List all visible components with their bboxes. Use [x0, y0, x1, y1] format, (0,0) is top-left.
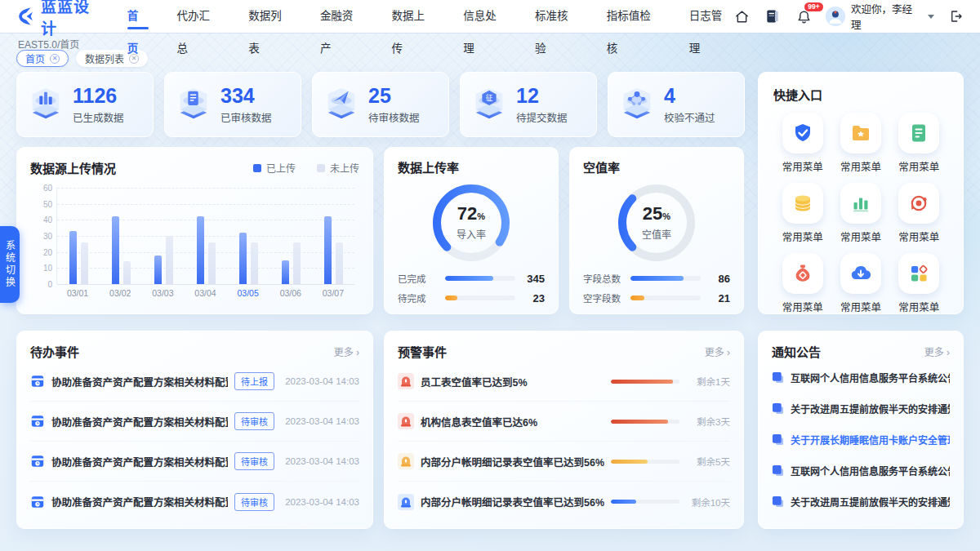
stat-card-generated[interactable]: 1126 已生成数据	[16, 72, 154, 137]
stat-card-reviewed[interactable]: 334 已审核数据	[164, 72, 301, 137]
logout-icon[interactable]	[947, 7, 965, 25]
notice-more-link[interactable]: 更多 ›	[924, 344, 950, 358]
quick-item-database[interactable]: 常用菜单	[782, 183, 823, 244]
warning-more-link[interactable]: 更多 ›	[705, 344, 730, 358]
handbook-icon[interactable]	[764, 7, 782, 25]
progress-track	[630, 276, 701, 281]
bar-group	[57, 188, 100, 284]
bar-group	[312, 188, 354, 284]
system-switch-tab[interactable]: 系统切换	[0, 226, 20, 303]
progress-label: 空字段数	[583, 291, 624, 304]
todo-row[interactable]: 协助准备资产资产配置方案相关材料配置方案 待上报 2023-03-04 14:0…	[30, 362, 359, 402]
notification-bell-icon[interactable]: 99+	[795, 7, 813, 25]
todo-text: 协助准备资产资产配置方案相关材料配置方案	[51, 374, 228, 389]
progress-value: 21	[707, 292, 730, 304]
warning-remaining: 剩余5天	[686, 455, 730, 468]
quick-item-folder[interactable]: 常用菜单	[840, 113, 881, 174]
avatar	[826, 7, 845, 26]
warning-remaining: 剩余1天	[686, 375, 730, 388]
quick-entry-panel: 快捷入口 常用菜单 常用菜单	[758, 72, 964, 314]
warning-row[interactable]: 员工表空值率已达到5% 剩余1天	[398, 362, 730, 402]
quick-item-funds[interactable]: 常用菜单	[782, 253, 823, 314]
nav-item[interactable]: 日志管理	[689, 0, 733, 33]
todo-list: 协助准备资产资产配置方案相关材料配置方案 待上报 2023-03-04 14:0…	[30, 362, 359, 522]
stat-card-failed-validation[interactable]: 4 校验不通过	[608, 72, 745, 137]
todo-row[interactable]: 协助准备资产资产配置方案相关材料配置方案 待审核 2023-03-04 14:0…	[30, 442, 359, 482]
quick-item-document[interactable]: 常用菜单	[898, 113, 939, 174]
progress-fill	[445, 295, 457, 300]
quick-item-sync[interactable]: 常用菜单	[898, 183, 939, 244]
stat-card-pending-review[interactable]: 25 待审核数据	[312, 72, 449, 137]
warning-progress-fill	[611, 380, 673, 384]
progress-value: 86	[707, 273, 730, 285]
warning-text: 员工表空值率已达到5%	[421, 374, 604, 389]
notice-row[interactable]: 关于改进周五提前放假半天的安排通知	[772, 393, 950, 424]
app-logo[interactable]: 蓝蓝设计	[15, 0, 106, 38]
legend-chip	[317, 164, 325, 172]
stat-texts: 4 校验不通过	[664, 84, 715, 125]
nav-item[interactable]: 金融资产	[320, 0, 364, 33]
cube-molecule-icon	[618, 86, 656, 123]
quick-item-shield[interactable]: 常用菜单	[782, 113, 823, 174]
close-icon[interactable]: ✕	[50, 54, 60, 64]
notice-text: 关于开展长期睡眠信用卡账户安全管理...	[791, 433, 950, 447]
stat-value: 1126	[73, 84, 124, 107]
nav-item[interactable]: 指标值检核	[607, 0, 662, 33]
gauge-title: 空值率	[583, 158, 730, 176]
bar	[324, 216, 332, 284]
y-axis-tick: 0	[33, 280, 52, 289]
nav-item[interactable]: 标准核验	[535, 0, 579, 33]
warning-progress-fill	[611, 500, 636, 504]
gauge-value: 72%	[457, 205, 485, 225]
gridline	[57, 284, 354, 285]
quick-item-chart[interactable]: 常用菜单	[840, 183, 881, 244]
warning-row[interactable]: 内部分户帐明细记录表空值率已达到56% 剩余5天	[398, 442, 730, 482]
nav-item[interactable]: 数据列表	[248, 0, 292, 33]
progress-row-pending: 待完成 23	[398, 291, 545, 304]
logo-icon	[15, 6, 36, 27]
alarm-icon	[398, 494, 414, 510]
notice-row[interactable]: 互联网个人信用信息服务平台系统公告	[772, 362, 950, 393]
nav-item[interactable]: 数据上传	[392, 0, 436, 33]
bar	[336, 242, 343, 284]
stat-texts: 25 待审核数据	[368, 84, 420, 125]
notice-row[interactable]: 关于开展长期睡眠信用卡账户安全管理...	[772, 424, 950, 455]
bar-plot: 6050403020100	[56, 188, 354, 284]
notice-row[interactable]: 关于改进周五提前放假半天的安排通知	[772, 486, 950, 517]
status-badge: 待上报	[234, 372, 274, 390]
legend-label: 未上传	[330, 161, 359, 175]
document-icon	[908, 122, 929, 144]
bar	[282, 260, 289, 285]
quick-item-cloud[interactable]: 常用菜单	[840, 253, 881, 314]
warning-row[interactable]: 机构信息表空值率已达6% 剩余3天	[398, 402, 730, 442]
money-bag-icon	[792, 263, 813, 284]
user-menu[interactable]: 欢迎你，李经理	[826, 1, 934, 32]
bar	[112, 216, 119, 284]
todo-row[interactable]: 协助准备资产资产配置方案相关材料配置方案相关... 待审核 2023-03-04…	[30, 482, 359, 522]
notice-list: 互联网个人信用信息服务平台系统公告 关于改进周五提前放假半天的安排通知 关于开展…	[772, 362, 950, 517]
bar-group	[100, 188, 142, 284]
warning-row[interactable]: 内部分户帐明细记录表空值率已达到56% 剩余10天	[398, 482, 730, 522]
legend-chip	[253, 164, 261, 172]
notice-row[interactable]: 互联网个人信用信息服务平台系统公告	[772, 455, 950, 486]
progress-label: 已完成	[398, 272, 439, 285]
legend-not-uploaded: 未上传	[317, 161, 359, 175]
todo-row[interactable]: 协助准备资产资产配置方案相关材料配置方案相关... 待审核 2023-03-04…	[30, 402, 359, 442]
nav-item[interactable]: 信息处理	[463, 0, 507, 33]
todo-events-card: 待办事件 更多 › 协助准备资产资产配置方案相关材料配置方案 待上报 2023-…	[16, 331, 373, 529]
home-icon[interactable]	[733, 7, 751, 25]
nav-item[interactable]: 代办汇总	[176, 0, 220, 33]
todo-more-link[interactable]: 更多 ›	[334, 344, 359, 358]
tab-home[interactable]: 首页 ✕	[16, 50, 69, 67]
stat-label: 已审核数据	[220, 109, 272, 125]
nav-menu: 首页代办汇总数据列表金融资产数据上传信息处理标准核验指标值检核日志管理	[127, 0, 733, 33]
notice-board-card: 通知公告 更多 › 互联网个人信用信息服务平台系统公告 关于改进周五提前放假半天…	[758, 331, 964, 529]
stat-card-pending-submit[interactable]: 征 12 待提交数据	[460, 72, 597, 137]
warning-remaining: 剩余3天	[686, 415, 730, 428]
chart-title: 数据源上传情况	[30, 159, 116, 176]
cube-send-icon	[323, 86, 360, 123]
nav-item[interactable]: 首页	[127, 0, 149, 33]
cube-document-icon	[175, 86, 212, 123]
quick-item-apps[interactable]: 常用菜单	[898, 253, 939, 314]
message-icon	[772, 464, 784, 477]
